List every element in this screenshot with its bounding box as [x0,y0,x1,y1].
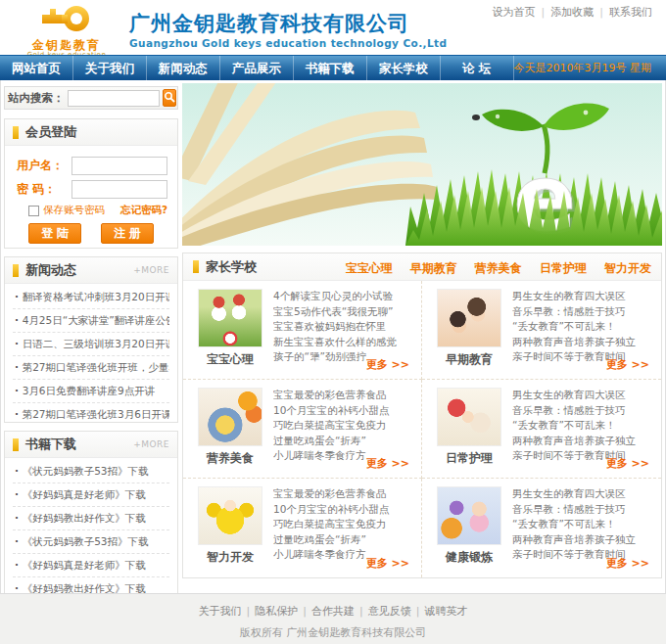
search-button[interactable] [163,89,176,107]
divider: | [247,605,251,618]
login-button[interactable]: 登 陆 [28,223,81,244]
nav-forum[interactable]: 论 坛 [441,56,514,80]
tab-early-education[interactable]: 早期教育 [410,261,457,275]
block-caption[interactable]: 日常护理 [430,450,508,467]
article-link[interactable]: 巧吃白菜提高宝宝免疫力 [273,418,415,434]
search-input[interactable] [68,90,160,107]
book-item[interactable]: 《状元妈妈教子53招》下载 [13,530,169,554]
nav-products[interactable]: 产品展示 [220,56,294,80]
article-link[interactable]: 10个月宝宝的补钙小甜点 [273,403,415,419]
book-item[interactable]: 《好妈妈教出好作文》下载 [13,507,169,530]
books-panel-header: 书籍下载 +MORE [5,432,177,458]
nav-book-download[interactable]: 书籍下载 [294,56,367,80]
site-search-bar: 站内搜索： [4,86,178,110]
photo-food-plate[interactable] [198,388,262,446]
tab-nutrition-food[interactable]: 营养美食 [475,261,522,275]
article-link[interactable]: “丢女教育”不可乱来！ [512,517,655,532]
article-link[interactable]: 宝宝最爱的彩色营养食品 [273,486,415,502]
photo-mother-child[interactable] [437,289,501,347]
photo-baby-chick-costume[interactable] [198,486,262,545]
login-title: 会员登陆 [25,123,169,141]
block-caption[interactable]: 健康锻炼 [430,549,508,566]
block-intelligence: 智力开发 宝宝最爱的彩色营养食品 10个月宝宝的补钙小甜点 巧吃白菜提高宝宝免疫… [183,479,422,577]
username-label: 用户名： [17,158,71,174]
book-item[interactable]: 《状元妈妈教子53招》下载 [13,460,169,483]
news-item[interactable]: 3月6日免费翻译讲座9点开讲 [13,380,169,403]
block-caption[interactable]: 宝宝心理 [191,351,269,368]
footer-cooperation-link[interactable]: 合作共建 [311,605,355,618]
photo-baby-red-hat[interactable] [437,388,501,446]
add-favorite-link[interactable]: 添加收藏 [550,6,594,19]
nav-about[interactable]: 关于我们 [73,56,147,80]
article-link[interactable]: 两种教育声音培养孩子独立 [512,532,655,548]
news-item[interactable]: 第27期口笔译强化班3月6日开课 [13,403,169,423]
article-link[interactable]: 男生女生的教育四大误区 [512,388,655,403]
nav-news[interactable]: 新闻动态 [147,56,220,80]
news-item[interactable]: 翻译资格考试冲刺班3月20日开课 [13,286,169,309]
register-button[interactable]: 注 册 [101,223,154,244]
books-panel: 书籍下载 +MORE 《状元妈妈教子53招》下载 《好妈妈真是好老师》下载 《好… [4,431,178,596]
article-link[interactable]: 音乐早教：情感胜于技巧 [512,502,655,518]
footer-privacy-link[interactable]: 隐私保护 [255,605,298,618]
photo-toddler-toy[interactable] [437,486,501,545]
more-link[interactable]: 更多 >> [606,456,649,471]
set-homepage-link[interactable]: 设为首页 [493,6,536,19]
article-link[interactable]: 4个解读宝贝心灵的小试验 [273,289,415,304]
article-link[interactable]: 巧吃白菜提高宝宝免疫力 [273,517,415,532]
news-more-link[interactable]: +MORE [133,265,169,275]
article-link[interactable]: 两种教育声音培养孩子独立 [512,335,655,350]
more-link[interactable]: 更多 >> [366,357,409,372]
remember-checkbox[interactable] [28,206,39,216]
more-link[interactable]: 更多 >> [606,357,649,372]
article-link[interactable]: 男生女生的教育四大误区 [512,486,655,502]
article-link[interactable]: 音乐早教：情感胜于技巧 [512,403,655,419]
username-field[interactable] [71,157,167,175]
forgot-password-link[interactable]: 忘记密码? [120,204,167,217]
news-item[interactable]: 4月25日“大家讲堂”翻译讲座公告 [13,309,169,333]
book-item[interactable]: 《好妈妈真是好老师》下载 [13,483,169,507]
footer-about-link[interactable]: 关于我们 [199,605,242,618]
article-link[interactable]: 男生女生的教育四大误区 [512,289,655,304]
news-title: 新闻动态 [25,261,133,279]
parents-school-grid: 宝宝心理 4个解读宝贝心灵的小试验 宝宝5动作代表“我很无聊” 宝宝喜欢被妈妈抱… [183,281,661,577]
block-caption[interactable]: 智力开发 [191,549,269,566]
article-link[interactable]: 宝宝最爱的彩色营养食品 [273,388,415,403]
article-link[interactable]: 10个月宝宝的补钙小甜点 [273,502,415,518]
logo[interactable]: 金钥匙教育 Gold keys education [8,2,125,60]
article-link[interactable]: 新生宝宝喜欢什么样的感觉 [273,335,415,350]
tab-intelligence[interactable]: 智力开发 [604,261,651,275]
more-link[interactable]: 更多 >> [606,556,649,571]
article-link[interactable]: 两种教育声音培养孩子独立 [512,434,655,449]
news-item[interactable]: 日语二、三级培训班3月20日开课 [13,333,169,356]
block-photo-wrap: 早期教育 [430,289,508,377]
footer-jobs-link[interactable]: 诚聘英才 [424,605,467,618]
block-caption[interactable]: 早期教育 [430,351,508,368]
news-item[interactable]: 第27期口笔译强化班开班，少量名额插班 [13,356,169,380]
article-link[interactable]: “丢女教育”不可乱来！ [512,319,655,335]
photo-kids-soccer[interactable] [198,289,262,347]
article-link[interactable]: 过量吃鸡蛋会“折寿” [273,434,415,449]
block-photo-wrap: 智力开发 [191,486,269,575]
divider: | [542,6,546,19]
tab-baby-psychology[interactable]: 宝宝心理 [346,261,393,275]
password-field[interactable] [71,180,167,199]
more-link[interactable]: 更多 >> [366,556,409,571]
more-link[interactable]: 更多 >> [366,456,409,471]
article-link[interactable]: 宝宝5动作代表“我很无聊” [273,304,415,320]
block-caption[interactable]: 营养美食 [191,450,269,467]
article-link[interactable]: 宝宝喜欢被妈妈抱在怀里 [273,319,415,335]
article-link[interactable]: 音乐早教：情感胜于技巧 [512,304,655,320]
block-early-education: 早期教育 男生女生的教育四大误区 音乐早教：情感胜于技巧 “丢女教育”不可乱来！… [422,281,661,380]
books-more-link[interactable]: +MORE [133,439,169,449]
contact-us-link[interactable]: 联系我们 [609,6,652,19]
gold-bar-icon [13,438,19,451]
article-link[interactable]: “丢女教育”不可乱来！ [512,418,655,434]
footer-feedback-link[interactable]: 意见反馈 [368,605,411,618]
nav-parents-school[interactable]: 家长学校 [367,56,441,80]
tab-daily-care[interactable]: 日常护理 [540,261,587,275]
current-date: 今天是2010年3月19号 星期五 [514,56,658,80]
book-item[interactable]: 《好妈妈真是好老师》下载 [13,554,169,577]
books-title: 书籍下载 [25,436,133,453]
article-link[interactable]: 过量吃鸡蛋会“折寿” [273,532,415,548]
nav-home[interactable]: 网站首页 [0,56,73,80]
